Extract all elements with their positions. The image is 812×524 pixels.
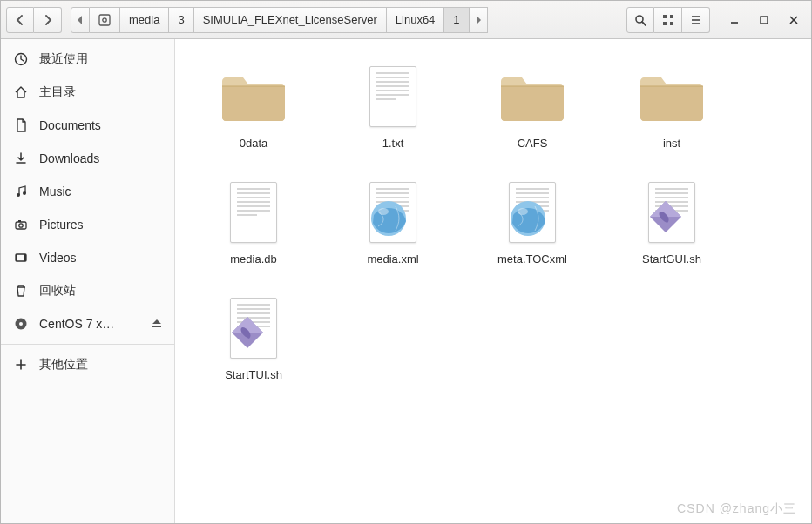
- triangle-right-icon: [475, 16, 482, 24]
- file-item[interactable]: media.xml: [323, 172, 463, 271]
- sidebar: 最近使用主目录DocumentsDownloadsMusicPicturesVi…: [1, 39, 175, 523]
- svg-rect-22: [16, 254, 17, 261]
- sidebar-item-label: 回收站: [39, 283, 76, 299]
- chevron-right-icon: [43, 15, 53, 25]
- sidebar-item-home[interactable]: 主目录: [1, 76, 174, 109]
- file-label: StartTUI.sh: [225, 368, 282, 381]
- sidebar-item-recent[interactable]: 最近使用: [1, 43, 174, 76]
- sidebar-item-trash[interactable]: 回收站: [1, 274, 174, 307]
- folder-icon-wrap: [637, 62, 707, 131]
- svg-rect-0: [99, 15, 110, 25]
- folder-icon: [497, 69, 567, 124]
- svg-rect-23: [24, 254, 26, 261]
- close-button[interactable]: [782, 8, 806, 32]
- svg-point-19: [19, 224, 23, 227]
- file-label: 1.txt: [382, 137, 404, 150]
- maximize-icon: [759, 15, 769, 25]
- svg-line-3: [642, 22, 646, 25]
- file-label: 0data: [240, 137, 268, 150]
- sidebar-item-downloads[interactable]: Downloads: [1, 142, 174, 175]
- path-root-icon[interactable]: [90, 7, 120, 33]
- file-item[interactable]: StartGUI.sh: [602, 172, 741, 271]
- sidebar-item-music[interactable]: Music: [1, 175, 174, 208]
- script-icon-wrap: [219, 293, 288, 363]
- file-label: CAFS: [518, 137, 548, 150]
- path-seg-3[interactable]: Linux64: [387, 7, 445, 33]
- back-button[interactable]: [6, 7, 34, 33]
- clock-icon: [13, 52, 29, 66]
- menu-button[interactable]: [682, 7, 710, 33]
- xml-icon-wrap: [497, 178, 567, 247]
- svg-point-1: [103, 17, 106, 21]
- trash-icon: [13, 284, 29, 298]
- path-overflow-right[interactable]: [470, 7, 488, 33]
- download-icon: [13, 151, 29, 165]
- file-item[interactable]: 1.txt: [323, 57, 463, 155]
- view-icons-button[interactable]: [654, 7, 682, 33]
- sidebar-item-label: 其他位置: [39, 357, 88, 373]
- file-item[interactable]: CAFS: [463, 57, 602, 155]
- maximize-button[interactable]: [752, 8, 776, 32]
- music-icon: [13, 185, 29, 198]
- file-item[interactable]: StartTUI.sh: [184, 288, 323, 386]
- script-diamond-icon: [648, 199, 683, 234]
- minimize-button[interactable]: [722, 8, 747, 32]
- close-icon: [788, 15, 799, 25]
- forward-button[interactable]: [34, 7, 62, 33]
- view-buttons: [626, 7, 710, 33]
- file-icon: [13, 118, 29, 132]
- path-overflow-left[interactable]: [71, 7, 90, 33]
- sidebar-item-label: Videos: [39, 251, 77, 265]
- sidebar-item-label: Downloads: [39, 151, 99, 165]
- file-grid: 0data1.txtCAFSinstmedia.dbmedia.xmlmeta.…: [184, 57, 802, 386]
- globe-icon: [509, 199, 547, 238]
- folder-icon: [219, 69, 288, 124]
- body: 最近使用主目录DocumentsDownloadsMusicPicturesVi…: [1, 39, 811, 523]
- triangle-left-icon: [77, 16, 84, 24]
- sidebar-item-pictures[interactable]: Pictures: [1, 208, 174, 241]
- svg-rect-4: [663, 15, 667, 18]
- file-label: media.xml: [367, 252, 418, 265]
- path-bar: media 3 SIMULIA_FLEXnet_LicenseServer Li…: [71, 7, 618, 33]
- text-icon-wrap: [219, 178, 288, 247]
- sidebar-item-label: Pictures: [39, 218, 84, 232]
- file-label: inst: [663, 137, 680, 150]
- sidebar-other-locations[interactable]: 其他位置: [1, 348, 174, 381]
- disk-icon: [98, 14, 111, 26]
- document-page-icon: [230, 182, 277, 243]
- file-item[interactable]: 0data: [184, 57, 323, 155]
- svg-rect-20: [18, 220, 21, 222]
- file-item[interactable]: media.db: [184, 172, 323, 271]
- nav-buttons: [6, 7, 62, 33]
- path-seg-0[interactable]: media: [120, 7, 169, 33]
- svg-point-25: [19, 322, 23, 326]
- script-icon-wrap: [637, 178, 707, 247]
- path-seg-1[interactable]: 3: [169, 7, 193, 33]
- search-button[interactable]: [626, 7, 654, 33]
- file-item[interactable]: inst: [602, 57, 741, 155]
- eject-button[interactable]: [152, 317, 162, 331]
- svg-point-16: [17, 193, 20, 197]
- sidebar-item-label: CentOS 7 x…: [39, 317, 114, 331]
- sidebar-item-documents[interactable]: Documents: [1, 109, 174, 142]
- window-controls: [722, 8, 806, 32]
- sidebar-item-videos[interactable]: Videos: [1, 241, 174, 274]
- path-seg-4[interactable]: 1: [444, 7, 469, 33]
- svg-rect-7: [670, 22, 673, 25]
- file-pane[interactable]: 0data1.txtCAFSinstmedia.dbmedia.xmlmeta.…: [175, 39, 811, 523]
- grid-icon: [662, 14, 674, 26]
- search-icon: [634, 14, 646, 26]
- file-item[interactable]: meta.TOCxml: [463, 172, 602, 271]
- script-diamond-icon: [230, 315, 265, 350]
- minimize-icon: [729, 15, 740, 25]
- folder-icon-wrap: [497, 62, 567, 131]
- file-label: StartGUI.sh: [642, 252, 701, 265]
- sidebar-item-disc[interactable]: CentOS 7 x…: [1, 307, 174, 340]
- home-icon: [13, 85, 29, 99]
- text-icon-wrap: [358, 62, 428, 131]
- folder-icon: [637, 69, 707, 124]
- document-page-icon: [369, 66, 416, 127]
- path-seg-2[interactable]: SIMULIA_FLEXnet_LicenseServer: [194, 7, 387, 33]
- globe-icon: [369, 199, 408, 238]
- disc-icon: [13, 317, 29, 331]
